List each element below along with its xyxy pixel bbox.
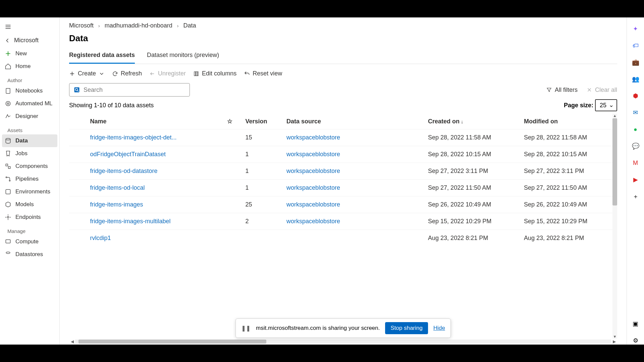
col-checkbox[interactable]	[69, 114, 87, 129]
col-modified[interactable]: Modified on	[521, 114, 617, 129]
col-data-source[interactable]: Data source	[284, 114, 425, 129]
breadcrumb-link[interactable]: Microsoft	[69, 22, 94, 29]
row-name[interactable]: odFridgeObjectTrainDataset	[87, 146, 224, 163]
table-row[interactable]: rvlcdip1Aug 23, 2022 8:21 PMAug 23, 2022…	[69, 230, 617, 247]
scroll-thumb[interactable]	[78, 340, 266, 344]
row-datasource[interactable]: workspaceblobstore	[284, 180, 425, 196]
sidebar-item-jobs[interactable]: Jobs	[0, 147, 59, 160]
search-input[interactable]	[84, 86, 185, 94]
tab-registered[interactable]: Registered data assets	[69, 50, 135, 64]
all-filters-button[interactable]: All filters	[546, 86, 578, 94]
hide-link[interactable]: Hide	[433, 325, 445, 331]
svg-rect-13	[196, 72, 197, 76]
scroll-up-arrow[interactable]: ▲	[612, 114, 617, 118]
vertical-scrollbar[interactable]: ▲ ▼	[612, 114, 617, 339]
row-datasource[interactable]: workspaceblobstore	[284, 196, 425, 213]
refresh-button[interactable]: Refresh	[112, 70, 142, 77]
row-datasource[interactable]: workspaceblobstore	[284, 129, 425, 146]
messenger-icon[interactable]: 💬	[632, 142, 640, 150]
gmail-icon[interactable]: M	[632, 159, 640, 167]
table-row[interactable]: fridge-items-images25workspaceblobstoreS…	[69, 196, 617, 213]
row-favorite[interactable]	[224, 213, 243, 230]
edit-columns-button[interactable]: Edit columns	[193, 70, 236, 77]
outlook-icon[interactable]: ✉	[632, 109, 640, 117]
row-favorite[interactable]	[224, 163, 243, 180]
table-row[interactable]: fridge-items-od-local1workspaceblobstore…	[69, 180, 617, 196]
add-icon[interactable]: ＋	[632, 192, 640, 200]
row-datasource[interactable]: workspaceblobstore	[284, 213, 425, 230]
youtube-icon[interactable]: ▶	[632, 176, 640, 184]
reset-view-button[interactable]: Reset view	[244, 70, 282, 77]
sidebar-item-endpoints[interactable]: Endpoints	[0, 211, 59, 224]
copilot-icon[interactable]: ✦	[632, 25, 640, 33]
col-version[interactable]: Version	[243, 114, 284, 129]
sidebar-item-datastores[interactable]: Datastores	[0, 248, 59, 261]
col-name[interactable]: Name	[87, 114, 224, 129]
row-favorite[interactable]	[224, 196, 243, 213]
row-checkbox[interactable]	[69, 213, 87, 230]
row-name[interactable]: fridge-items-images	[87, 196, 224, 213]
table-row[interactable]: fridge-items-images-multilabel2workspace…	[69, 213, 617, 230]
sidebar-item-notebooks[interactable]: Notebooks	[0, 84, 59, 97]
svg-point-11	[6, 252, 10, 254]
row-favorite[interactable]	[224, 129, 243, 146]
office-icon[interactable]: ⬢	[632, 92, 640, 100]
col-created[interactable]: Created on↓	[425, 114, 521, 129]
sidebar-item-models[interactable]: Models	[0, 198, 59, 211]
sidebar-item-data[interactable]: Data	[2, 134, 57, 147]
new-button[interactable]: New	[0, 47, 59, 60]
scroll-track[interactable]	[75, 340, 611, 344]
row-favorite[interactable]	[224, 230, 243, 247]
briefcase-icon[interactable]: 💼	[632, 58, 640, 66]
stop-sharing-button[interactable]: Stop sharing	[385, 322, 428, 334]
row-name[interactable]: fridge-items-od-local	[87, 180, 224, 196]
row-name[interactable]: fridge-items-images-object-det...	[87, 129, 224, 146]
row-checkbox[interactable]	[69, 163, 87, 180]
col-favorite[interactable]: ☆	[224, 114, 243, 129]
tag-icon[interactable]: 🏷	[632, 42, 640, 50]
scroll-left-arrow[interactable]: ◀	[69, 339, 75, 344]
table-row[interactable]: fridge-items-images-object-det...15works…	[69, 129, 617, 146]
sidebar-label: Designer	[15, 113, 38, 120]
sidebar-item-compute[interactable]: Compute	[0, 235, 59, 248]
row-checkbox[interactable]	[69, 146, 87, 163]
sidebar-item-automl[interactable]: Automated ML	[0, 97, 59, 110]
row-favorite[interactable]	[224, 180, 243, 196]
row-name[interactable]: rvlcdip1	[87, 230, 224, 247]
table-row[interactable]: odFridgeObjectTrainDataset1workspaceblob…	[69, 146, 617, 163]
create-button[interactable]: Create	[69, 70, 105, 77]
spotify-icon[interactable]: ●	[632, 125, 640, 133]
tab-monitors[interactable]: Dataset monitors (preview)	[147, 50, 219, 64]
row-name[interactable]: fridge-items-od-datastore	[87, 163, 224, 180]
sidebar-item-environments[interactable]: Environments	[0, 185, 59, 198]
row-checkbox[interactable]	[69, 230, 87, 247]
sidebar-item-components[interactable]: Components	[0, 160, 59, 173]
scroll-thumb[interactable]	[612, 118, 617, 205]
hamburger-button[interactable]	[0, 21, 59, 34]
page-size-select[interactable]: 25	[595, 99, 617, 111]
table-row[interactable]: fridge-items-od-datastore1workspaceblobs…	[69, 163, 617, 180]
horizontal-scrollbar[interactable]: ◀ ▶	[69, 339, 617, 345]
row-checkbox[interactable]	[69, 129, 87, 146]
sidebar-item-home[interactable]: Home	[0, 60, 59, 73]
row-checkbox[interactable]	[69, 180, 87, 196]
row-datasource[interactable]	[284, 230, 425, 247]
settings-icon[interactable]: ⚙	[632, 337, 640, 345]
row-favorite[interactable]	[224, 146, 243, 163]
sidebar-item-designer[interactable]: Designer	[0, 110, 59, 123]
pause-icon[interactable]: ❚❚	[241, 325, 251, 332]
row-datasource[interactable]: workspaceblobstore	[284, 146, 425, 163]
sidebar-item-pipelines[interactable]: Pipelines	[0, 173, 59, 185]
row-checkbox[interactable]	[69, 196, 87, 213]
row-created: Sep 28, 2022 10:15 AM	[425, 146, 521, 163]
scroll-right-arrow[interactable]: ▶	[611, 339, 617, 344]
scroll-down-arrow[interactable]: ▼	[612, 335, 617, 339]
row-name[interactable]: fridge-items-images-multilabel	[87, 213, 224, 230]
search-box[interactable]	[69, 83, 190, 97]
panel-icon[interactable]: ▣	[632, 320, 640, 328]
workspace-selector[interactable]: Microsoft	[0, 34, 59, 47]
people-icon[interactable]: 👥	[632, 75, 640, 83]
breadcrumb-link[interactable]: madhumaddi-hd-onboard	[105, 22, 172, 29]
row-datasource[interactable]: workspaceblobstore	[284, 163, 425, 180]
page-size-label: Page size:	[564, 102, 593, 109]
